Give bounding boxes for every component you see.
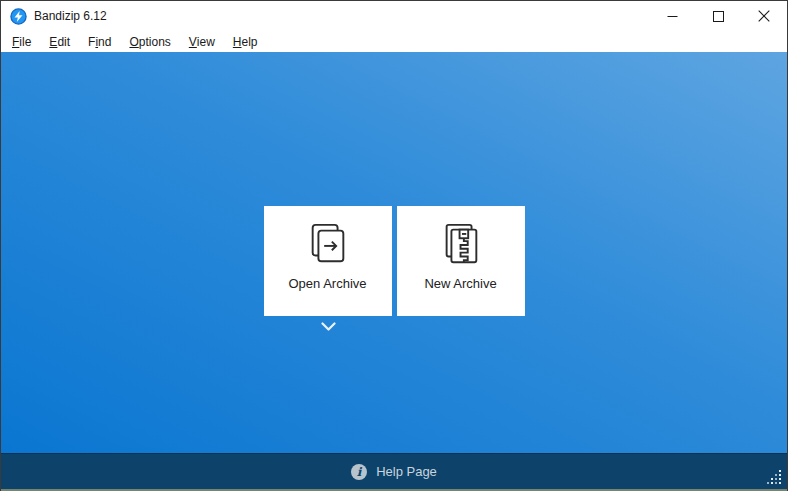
bandizip-logo-icon	[10, 8, 27, 25]
maximize-icon	[713, 11, 724, 22]
menu-item-find[interactable]: Find	[79, 31, 120, 52]
window-controls	[649, 1, 787, 31]
action-cards: Open Archive New Archive	[1, 206, 787, 316]
open-archive-card[interactable]: Open Archive	[264, 206, 392, 316]
menu-item-file[interactable]: File	[3, 31, 40, 52]
resize-grip-icon[interactable]	[767, 470, 783, 486]
titlebar: Bandizip 6.12	[1, 1, 787, 31]
menu-item-view[interactable]: View	[180, 31, 224, 52]
statusbar: i Help Page	[1, 453, 787, 489]
close-button[interactable]	[741, 1, 787, 31]
main-area: Open Archive New Archive	[1, 52, 787, 453]
bandizip-window: Bandizip 6.12 File Edit Find	[0, 0, 788, 491]
menu-item-edit[interactable]: Edit	[40, 31, 79, 52]
close-icon	[758, 10, 770, 22]
open-archive-icon	[305, 221, 351, 267]
open-archive-label: Open Archive	[288, 276, 366, 291]
new-archive-card[interactable]: New Archive	[397, 206, 525, 316]
help-page-label: Help Page	[376, 464, 437, 479]
chevron-down-icon	[321, 322, 336, 332]
minimize-button[interactable]	[649, 1, 695, 31]
info-icon: i	[351, 464, 367, 480]
menu-item-help[interactable]: Help	[224, 31, 267, 52]
minimize-icon	[667, 11, 678, 22]
maximize-button[interactable]	[695, 1, 741, 31]
window-title: Bandizip 6.12	[34, 9, 649, 23]
new-archive-icon	[438, 221, 484, 267]
menubar: File Edit Find Options View Help	[1, 31, 787, 52]
expand-more-button[interactable]	[321, 320, 336, 330]
help-page-button[interactable]: i Help Page	[351, 464, 437, 480]
new-archive-label: New Archive	[424, 276, 496, 291]
menu-item-options[interactable]: Options	[120, 31, 179, 52]
